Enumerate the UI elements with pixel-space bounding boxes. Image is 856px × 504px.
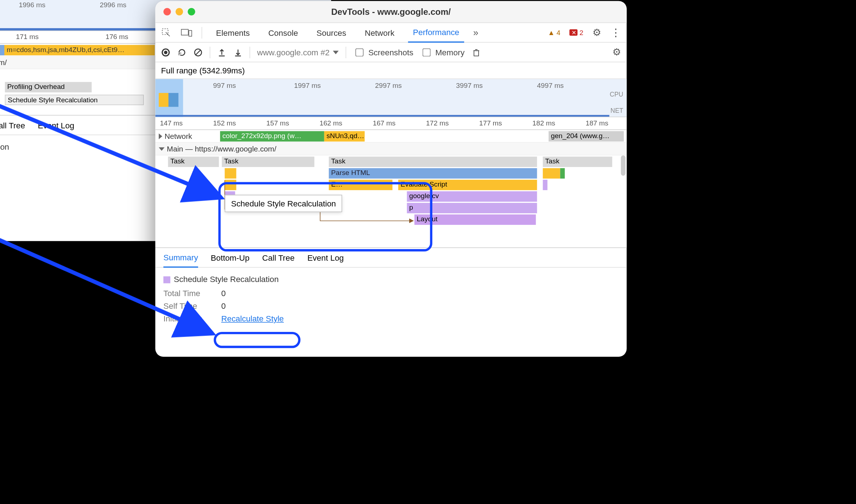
track-label: Main — https://www.google.com/ — [0, 58, 7, 67]
flame-task[interactable]: Task — [222, 157, 314, 167]
flame-task[interactable]: Task — [543, 157, 612, 167]
flame-schedule[interactable]: Schedule Style Recalculation — [5, 95, 144, 105]
det-tab-calltree[interactable]: Call Tree — [262, 248, 295, 267]
ruler-tick: 176 ms — [106, 33, 128, 41]
svg-rect-10 — [189, 30, 192, 36]
tab-sources[interactable]: Sources — [312, 23, 351, 42]
det-tab-eventlog[interactable]: Event Log — [307, 248, 344, 267]
ruler-tick: 177 ms — [479, 119, 502, 127]
ruler-tick: 187 ms — [586, 119, 608, 127]
flame-frame[interactable] — [543, 180, 548, 190]
field-value: 0 — [221, 289, 226, 298]
upload-icon[interactable] — [217, 48, 227, 57]
tab-console[interactable]: Console — [264, 23, 303, 42]
tab-performance[interactable]: Performance — [408, 23, 464, 42]
det-tab-calltree[interactable]: Call Tree — [0, 115, 25, 135]
flame-frame[interactable] — [543, 168, 560, 179]
overview-tick: 2996 ms — [100, 1, 127, 9]
gear-icon[interactable]: ⚙ — [612, 46, 621, 59]
gc-icon[interactable] — [471, 48, 481, 57]
track-label: Main — https://www.google.com/ — [167, 145, 277, 153]
gear-icon[interactable]: ⚙ — [592, 26, 601, 39]
event-title: Schedule Style Recalculation — [0, 142, 9, 151]
ruler-tick: 152 ms — [213, 119, 236, 127]
summary-panel: Schedule Style Recalculation Total Time0… — [155, 268, 627, 333]
clear-icon[interactable] — [193, 48, 203, 57]
timeline-overview[interactable]: 997 ms 1997 ms 2997 ms 3997 ms 4997 ms C… — [155, 79, 627, 118]
flame-task[interactable]: Task — [329, 157, 537, 167]
device-icon[interactable] — [181, 28, 192, 37]
flame-parse-html[interactable]: Parse HTML — [329, 168, 537, 179]
window-title: DevTools - www.google.com/ — [155, 7, 627, 17]
download-icon[interactable] — [234, 48, 243, 57]
inspect-icon[interactable] — [161, 27, 172, 38]
svg-rect-9 — [181, 29, 188, 35]
det-tab-summary[interactable]: Summary — [163, 248, 198, 267]
expand-icon[interactable] — [159, 133, 162, 139]
network-track[interactable]: Network color_272x92dp.png (w… sNUn3,qd…… — [155, 130, 627, 143]
color-swatch — [163, 277, 170, 283]
svg-point-12 — [164, 51, 168, 54]
overview-tick: 1996 ms — [19, 1, 46, 9]
error-badge[interactable]: ✕ 2 — [570, 29, 583, 37]
scrollbar-thumb[interactable] — [621, 155, 626, 176]
overview-tick: 3997 ms — [456, 81, 483, 89]
ruler-tick: 182 ms — [532, 119, 555, 127]
reload-icon[interactable] — [177, 48, 187, 57]
svg-rect-15 — [474, 51, 479, 56]
svg-line-14 — [196, 50, 201, 55]
titlebar[interactable]: DevTools - www.google.com/ — [155, 1, 627, 23]
flame-layout[interactable]: Layout — [414, 214, 536, 225]
recording-dropdown[interactable]: www.google.com #2 — [257, 48, 339, 57]
time-ruler[interactable]: 147 ms 152 ms 157 ms 162 ms 167 ms 172 m… — [155, 117, 627, 130]
perf-toolbar: www.google.com #2 Screenshots Memory ⚙ — [155, 43, 627, 62]
field-label: Total Time — [163, 289, 215, 298]
det-tab-bottomup[interactable]: Bottom-Up — [211, 248, 249, 267]
ruler-tick: 157 ms — [266, 119, 289, 127]
network-item[interactable]: color_272x92dp.png (w… — [220, 131, 324, 142]
chevron-down-icon — [333, 51, 339, 54]
flame-chart[interactable]: Task Task Task Task Parse HTML E… Evalua… — [155, 155, 627, 248]
network-item[interactable]: e.com/ (www.google… — [0, 45, 4, 55]
kebab-icon[interactable]: ⋮ — [611, 26, 621, 39]
ruler-tick: 167 ms — [373, 119, 395, 127]
detail-tabs: Summary Bottom-Up Call Tree Event Log — [155, 248, 627, 268]
overview-tick: 2997 ms — [375, 81, 402, 89]
field-label: Initiator for — [163, 314, 215, 323]
main-track-header[interactable]: Main — https://www.google.com/ — [155, 143, 627, 155]
network-item[interactable]: sNUn3,qd… — [324, 131, 365, 142]
ruler-tick: 147 ms — [160, 119, 183, 127]
flame-frame[interactable] — [225, 168, 236, 179]
collapse-icon[interactable] — [159, 147, 164, 151]
overview-tick: 4997 ms — [537, 81, 564, 89]
flame-frame[interactable] — [560, 168, 565, 179]
memory-checkbox[interactable]: Memory — [420, 46, 465, 58]
flame-frame[interactable]: p — [407, 203, 537, 213]
overview-cpu-label: CPU — [610, 91, 623, 98]
flame-frame[interactable]: google.cv — [407, 191, 537, 202]
det-tab-eventlog[interactable]: Event Log — [38, 115, 74, 135]
more-tabs-icon[interactable]: » — [473, 27, 478, 38]
warning-badge[interactable]: ▲ 4 — [548, 29, 561, 37]
overview-tick: 1997 ms — [294, 81, 321, 89]
recalculate-link[interactable]: Recalculate Style — [221, 314, 284, 323]
range-label: Full range (5342.99ms) — [155, 62, 627, 79]
overview-net-label: NET — [611, 107, 623, 114]
flame-task[interactable]: Task — [168, 157, 219, 167]
field-label: Self Time — [163, 301, 215, 311]
tab-network[interactable]: Network — [360, 23, 399, 42]
network-item[interactable]: m=cdos,hsm,jsa,mb4ZUb,d,csi,cEt9… — [4, 45, 155, 55]
ruler-tick: 172 ms — [426, 119, 449, 127]
flame-tooltip: Schedule Style Recalculation — [225, 195, 342, 212]
network-item[interactable]: gen_204 (www.g… — [549, 131, 624, 142]
devtools-window-2: DevTools - www.google.com/ Elements Cons… — [155, 1, 627, 357]
ruler-tick: 171 ms — [16, 33, 39, 41]
field-value: 0 — [221, 301, 226, 311]
event-title: Schedule Style Recalculation — [174, 275, 279, 284]
tab-elements[interactable]: Elements — [211, 23, 254, 42]
flame-profiling[interactable]: Profiling Overhead — [5, 82, 92, 93]
overview-tick: 997 ms — [213, 81, 236, 89]
track-label: Network — [164, 132, 192, 140]
screenshots-checkbox[interactable]: Screenshots — [353, 46, 413, 58]
record-icon[interactable] — [161, 48, 171, 57]
